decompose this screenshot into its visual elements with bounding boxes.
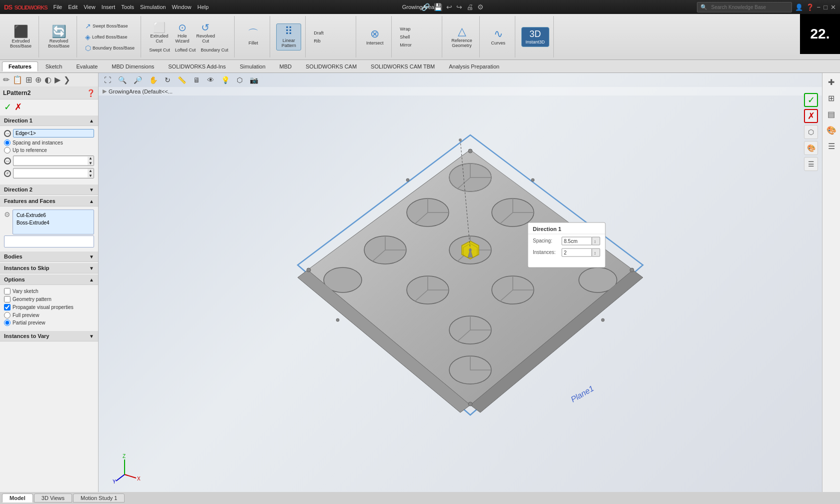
- extruded-cut-button[interactable]: ⬜ ExtrudedCut: [147, 20, 171, 46]
- instances-skip-section[interactable]: Instances to Skip ▼: [0, 263, 98, 274]
- overlay-check-btn[interactable]: ✓: [804, 93, 818, 107]
- clipboard-icon[interactable]: 📋: [13, 75, 23, 84]
- intersect-button[interactable]: ⊗ Intersect: [362, 26, 387, 48]
- linear-pattern-button[interactable]: ⠿ LinearPattern: [276, 24, 301, 50]
- instances-input[interactable]: 2: [14, 170, 88, 177]
- edge-input[interactable]: Edge<1>: [13, 129, 94, 138]
- cut-extrude6-item[interactable]: Cut-Extrude6: [15, 212, 92, 219]
- rp-icon-5[interactable]: ☰: [824, 139, 838, 153]
- menu-help[interactable]: Help: [198, 4, 209, 10]
- menu-edit[interactable]: Edit: [68, 4, 78, 10]
- boundary-cut-button[interactable]: Boundary Cut: [199, 46, 230, 54]
- propagate-visual-checkbox[interactable]: Propagate visual properties: [4, 304, 94, 310]
- options-section[interactable]: Options ▲: [0, 274, 98, 285]
- bottom-tab-model[interactable]: Model: [2, 494, 33, 502]
- tab-simulation[interactable]: Simulation: [233, 62, 272, 72]
- vp-camera-icon[interactable]: 📷: [248, 75, 260, 85]
- arrow-icon[interactable]: ❯: [64, 75, 70, 84]
- boundary-boss-base-button[interactable]: ⬡ Boundary Boss/Base: [83, 43, 137, 53]
- tree-expand-icon[interactable]: ▶: [103, 88, 107, 94]
- rp-icon-3[interactable]: ▤: [824, 107, 838, 121]
- tab-analysis[interactable]: Analysis Preparation: [442, 62, 506, 72]
- reference-geometry-button[interactable]: △ ReferenceGeometry: [448, 24, 475, 50]
- partial-preview-radio[interactable]: Partial preview: [4, 320, 94, 326]
- lofted-boss-base-button[interactable]: ◈ Lofted Boss/Base: [83, 32, 137, 42]
- search-input[interactable]: [708, 4, 788, 11]
- win-close[interactable]: ✕: [830, 4, 836, 11]
- win-max[interactable]: □: [823, 4, 827, 11]
- instant3d-button[interactable]: 3D Instant3D: [521, 27, 549, 47]
- lofted-cut-button[interactable]: Lofted Cut: [173, 46, 198, 54]
- add-icon[interactable]: ⊕: [35, 75, 42, 84]
- tab-mbd[interactable]: MBD: [273, 62, 298, 72]
- rp-icon-4[interactable]: 🎨: [824, 123, 838, 137]
- vp-pan-icon[interactable]: ✋: [148, 75, 159, 85]
- up-to-reference-radio[interactable]: Up to reference: [4, 147, 94, 154]
- menu-tools[interactable]: Tools: [121, 4, 134, 10]
- grid-icon[interactable]: ⊞: [26, 75, 32, 84]
- tab-evaluate[interactable]: Evaluate: [70, 62, 105, 72]
- fillet-button[interactable]: ⌒ Fillet: [241, 26, 266, 48]
- rp-icon-1[interactable]: ✚: [824, 75, 838, 89]
- swept-boss-base-button[interactable]: ↗ Swept Boss/Base: [83, 21, 137, 31]
- overlay-color-icon[interactable]: 🎨: [804, 141, 818, 155]
- direction2-section[interactable]: Direction 2 ▼: [0, 184, 98, 195]
- draft-button[interactable]: Draft: [312, 30, 352, 36]
- bottom-tab-motion[interactable]: Motion Study 1: [73, 494, 125, 502]
- mirror-button[interactable]: Mirror: [398, 42, 438, 48]
- rib-button[interactable]: Rib: [312, 38, 352, 44]
- features-list[interactable]: Cut-Extrude6 Boss-Extrude4: [13, 210, 94, 234]
- menu-file[interactable]: File: [53, 4, 62, 10]
- rp-icon-2[interactable]: ⊞: [824, 91, 838, 105]
- full-preview-radio[interactable]: Full preview: [4, 312, 94, 318]
- panel-help-icon[interactable]: ❓: [87, 89, 95, 97]
- spacing-up-btn[interactable]: ▲: [88, 156, 94, 161]
- pencil-icon[interactable]: ✏: [3, 75, 10, 84]
- tab-sketch[interactable]: Sketch: [39, 62, 69, 72]
- curves-button[interactable]: ∿ Curves: [486, 26, 511, 48]
- menu-insert[interactable]: Insert: [102, 4, 116, 10]
- vp-view-icon[interactable]: 👁: [206, 75, 216, 85]
- hole-wizard-button[interactable]: ⊙ HoleWizard: [172, 20, 192, 46]
- cancel-button[interactable]: ✗: [15, 102, 22, 112]
- extruded-boss-base-button[interactable]: ⬛ ExtrudedBoss/Base: [7, 24, 35, 50]
- tab-cam-tbm[interactable]: SOLIDWORKS CAM TBM: [364, 62, 441, 72]
- vp-zoom-icon[interactable]: 🔍: [117, 75, 128, 85]
- overlay-cancel-btn[interactable]: ✗: [804, 109, 818, 123]
- swept-cut-button[interactable]: Swept Cut: [147, 46, 172, 54]
- vp-zoom2-icon[interactable]: 🔎: [132, 75, 144, 85]
- overlay-cube-icon[interactable]: ⬡: [804, 125, 818, 139]
- vp-expand-icon[interactable]: ⛶: [103, 75, 113, 85]
- bottom-tab-3dviews[interactable]: 3D Views: [34, 494, 72, 502]
- tab-addins[interactable]: SOLIDWORKS Add-Ins: [162, 62, 232, 72]
- win-min[interactable]: −: [817, 4, 821, 11]
- revolved-boss-base-button[interactable]: 🔄 RevolvedBoss/Base: [45, 24, 73, 50]
- shell-button[interactable]: Shell: [398, 34, 438, 40]
- wrap-button[interactable]: Wrap: [398, 26, 438, 32]
- vp-section-icon[interactable]: ⬡: [235, 75, 244, 85]
- tab-mbd-dimensions[interactable]: MBD Dimensions: [105, 62, 161, 72]
- spacing-input[interactable]: 8.50cm: [14, 157, 88, 164]
- vary-sketch-checkbox[interactable]: Vary sketch: [4, 288, 94, 294]
- vp-measure-icon[interactable]: 📏: [176, 75, 188, 85]
- overlay-menu-icon[interactable]: ☰: [804, 157, 818, 171]
- instances-vary-section[interactable]: Instances to Vary ▼: [0, 331, 98, 342]
- tab-solidworks-cam[interactable]: SOLIDWORKS CAM: [299, 62, 363, 72]
- menu-window[interactable]: Window: [172, 4, 191, 10]
- spacing-down-btn[interactable]: ▼: [88, 161, 94, 166]
- instances-up-btn[interactable]: ▲: [88, 168, 94, 174]
- menu-view[interactable]: View: [84, 4, 96, 10]
- play-icon[interactable]: ▶: [55, 75, 61, 84]
- geometry-pattern-checkbox[interactable]: Geometry pattern: [4, 296, 94, 302]
- revolved-cut-button[interactable]: ↺ RevolvedCut: [193, 20, 218, 46]
- bodies-section[interactable]: Bodies ▼: [0, 252, 98, 262]
- ok-button[interactable]: ✓: [4, 102, 12, 112]
- color-icon[interactable]: ◐: [45, 75, 52, 84]
- direction1-section[interactable]: Direction 1 ▲: [0, 116, 98, 126]
- instances-down-btn[interactable]: ▼: [88, 174, 94, 178]
- boss-extrude4-item[interactable]: Boss-Extrude4: [15, 219, 92, 226]
- vp-lighting-icon[interactable]: 💡: [220, 75, 231, 85]
- tab-features[interactable]: Features: [2, 62, 38, 72]
- features-faces-section[interactable]: Features and Faces ▲: [0, 196, 98, 206]
- vp-display-icon[interactable]: 🖥: [192, 75, 202, 85]
